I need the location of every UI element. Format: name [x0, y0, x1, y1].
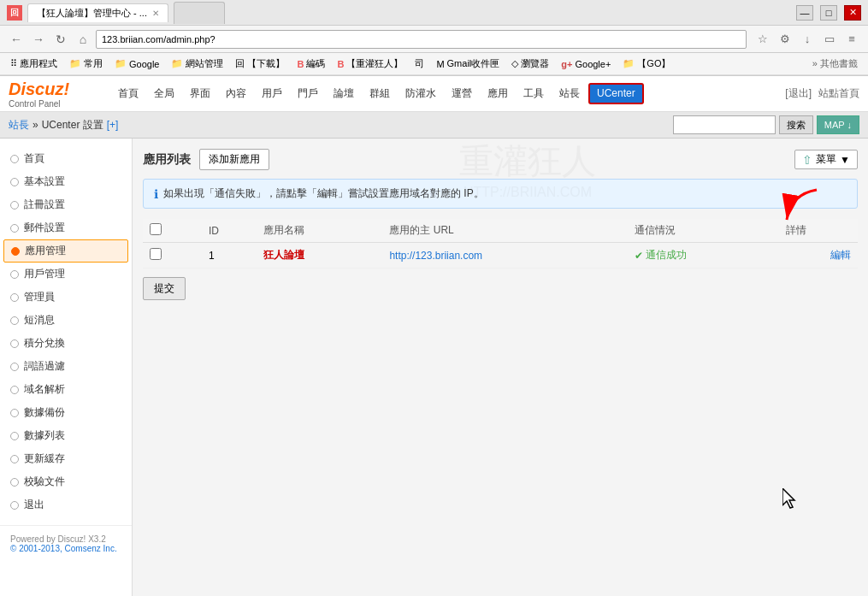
settings-icon[interactable]: ⚙	[776, 30, 794, 49]
bm-reload[interactable]: B 【重灌狂人】	[332, 56, 408, 72]
menu-sitemaster[interactable]: 站長	[552, 83, 587, 104]
menu-dropdown[interactable]: ⇧ 菜單 ▼	[794, 150, 858, 169]
tab-close-btn[interactable]: ✕	[152, 9, 159, 18]
bm-gmail[interactable]: M Gmail收件匣	[431, 56, 505, 72]
sidebar-radio-dns	[10, 386, 19, 394]
cursor-area	[782, 488, 800, 511]
menu-label: 菜單	[816, 152, 836, 167]
title-bar: 回 【狂人論壇】管理中心 - ... ✕ — □ ✕	[0, 0, 868, 26]
new-tab-area[interactable]	[174, 2, 225, 24]
sidebar-item-verify[interactable]: 校驗文件	[0, 470, 132, 493]
sidebar-label-basic: 基本設置	[24, 174, 65, 189]
menu-icon[interactable]: ≡	[842, 30, 861, 49]
menu-flood[interactable]: 防灌水	[399, 83, 443, 104]
add-app-button[interactable]: 添加新應用	[199, 149, 269, 170]
back-btn[interactable]: ←	[7, 30, 26, 49]
sidebar-item-backup[interactable]: 數據備份	[0, 401, 132, 424]
edit-link[interactable]: 編輯	[830, 249, 851, 261]
submit-area: 提交	[143, 277, 858, 300]
select-all-checkbox[interactable]	[150, 223, 162, 235]
bm-site-mgmt[interactable]: 📁 網站管理	[166, 56, 228, 72]
svg-marker-1	[782, 488, 794, 508]
section-title: 應用列表	[143, 152, 191, 168]
menu-global[interactable]: 全局	[147, 83, 181, 104]
sidebar-item-mail[interactable]: 郵件設置	[0, 216, 132, 239]
reload-btn[interactable]: ↻	[51, 30, 70, 49]
sidebar-radio-datalist	[10, 432, 19, 440]
menu-ops[interactable]: 運營	[445, 83, 479, 104]
sidebar-item-basic[interactable]: 基本設置	[0, 170, 132, 193]
col-delete	[143, 219, 202, 243]
sidebar-radio-register	[10, 201, 19, 209]
sidebar-item-register[interactable]: 註冊設置	[0, 193, 132, 216]
bm-gplus[interactable]: g+ Google+	[556, 57, 616, 71]
bm-apps[interactable]: ⠿ 應用程式	[5, 56, 62, 72]
app-name-link[interactable]: 狂人論壇	[263, 249, 304, 261]
sidebar-item-appmanage[interactable]: 應用管理	[3, 239, 128, 263]
download-icon[interactable]: ↓	[798, 30, 817, 49]
bm-download[interactable]: 回 【下載】	[230, 56, 290, 72]
sidebar-label-usermgmt: 用戶管理	[24, 267, 65, 281]
main-area: 首頁 基本設置 註冊設置 郵件設置 應用管理 用戶管理	[0, 139, 868, 596]
menu-forum[interactable]: 論壇	[327, 83, 361, 104]
menu-ucenter[interactable]: UCenter	[588, 83, 644, 104]
bm-common[interactable]: 📁 常用	[64, 56, 108, 72]
search-button[interactable]: 搜索	[779, 115, 813, 134]
close-btn[interactable]: ✕	[844, 5, 861, 21]
menu-home[interactable]: 首頁	[111, 83, 145, 104]
bookmark-star-icon[interactable]: ☆	[753, 30, 772, 49]
bm-google[interactable]: 📁 Google	[109, 56, 164, 71]
address-bar[interactable]	[96, 30, 747, 49]
breadcrumb-current: UCenter 設置	[42, 118, 103, 133]
menu-ui[interactable]: 界面	[183, 83, 217, 104]
menu-content[interactable]: 內容	[219, 83, 253, 104]
forward-btn[interactable]: →	[29, 30, 48, 49]
menu-users[interactable]: 用戶	[255, 83, 289, 104]
minimize-btn[interactable]: —	[796, 5, 813, 21]
bm-browser[interactable]: ◇ 瀏覽器	[506, 56, 554, 72]
sidebar-item-usermgmt[interactable]: 用戶管理	[0, 263, 132, 286]
bm-si[interactable]: 司	[410, 56, 429, 72]
row-checkbox[interactable]	[150, 248, 162, 260]
maximize-btn[interactable]: □	[820, 5, 837, 21]
bookmarks-more[interactable]: » 其他書籤	[807, 56, 863, 72]
sidebar-label-credits: 積分兌換	[24, 336, 65, 351]
sidebar-item-admin[interactable]: 管理員	[0, 286, 132, 309]
window-controls: — □ ✕	[796, 5, 861, 21]
menu-portal[interactable]: 門戶	[291, 83, 325, 104]
sidebar: 首頁 基本設置 註冊設置 郵件設置 應用管理 用戶管理	[0, 139, 133, 596]
search-input[interactable]	[673, 115, 776, 134]
sidebar-item-wordfilter[interactable]: 詞語過濾	[0, 355, 132, 378]
breadcrumb-plus[interactable]: [+]	[107, 119, 119, 131]
sidebar-item-messages[interactable]: 短消息	[0, 309, 132, 332]
menu-group[interactable]: 群組	[363, 83, 397, 104]
home-btn[interactable]: ⌂	[74, 30, 92, 49]
sidebar-radio-appmanage	[11, 247, 20, 256]
copyright: © 2001-2013, Comsenz Inc.	[10, 544, 121, 553]
sidebar-item-home[interactable]: 首頁	[0, 147, 132, 170]
col-status: 通信情況	[628, 219, 779, 243]
window-icon[interactable]: ▭	[820, 30, 839, 49]
row-url: http://123.briian.com	[382, 243, 628, 268]
submit-button[interactable]: 提交	[143, 277, 186, 300]
site-home-link[interactable]: 站點首頁	[818, 86, 859, 101]
breadcrumb-root[interactable]: 站長	[9, 118, 29, 133]
sidebar-item-dns[interactable]: 域名解析	[0, 378, 132, 401]
active-tab[interactable]: 【狂人論壇】管理中心 - ... ✕	[27, 3, 168, 22]
sidebar-label-mail: 郵件設置	[24, 221, 65, 235]
sidebar-item-refresh[interactable]: 更新緩存	[0, 447, 132, 470]
map-button[interactable]: MAP ↓	[817, 115, 859, 134]
bm-go[interactable]: 📁 【GO】	[617, 56, 676, 72]
top-menu: 首頁 全局 界面 內容 用戶 門戶 論壇 群組 防灌水 運營 應用 工具 站長 …	[111, 83, 785, 104]
sidebar-item-datalist[interactable]: 數據列表	[0, 424, 132, 447]
menu-apps[interactable]: 應用	[481, 83, 515, 104]
menu-tools[interactable]: 工具	[517, 83, 551, 104]
cursor-icon	[782, 488, 800, 509]
sidebar-item-credits[interactable]: 積分兌換	[0, 332, 132, 355]
bm-encode[interactable]: B 編碼	[292, 56, 330, 72]
logout-link[interactable]: [退出]	[785, 86, 812, 101]
sidebar-item-logout[interactable]: 退出	[0, 493, 132, 516]
logo-sub: Control Panel	[9, 99, 94, 109]
app-url-link[interactable]: http://123.briian.com	[389, 250, 482, 262]
browser-icon: 回	[7, 5, 22, 21]
